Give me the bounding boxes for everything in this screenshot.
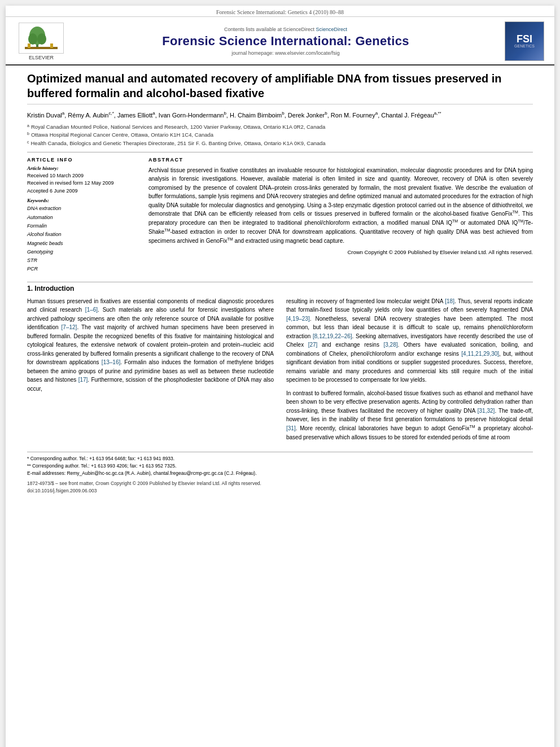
ref-4-11: [4,11,21,29,30]	[461, 351, 499, 357]
keywords-label: Keywords:	[27, 198, 137, 203]
abstract-text: Archival tissue preserved in fixative co…	[148, 166, 533, 246]
article-info-label: ARTICLE INFO	[27, 157, 137, 163]
journal-volume-info: Forensic Science International: Genetics…	[216, 9, 344, 15]
body-two-col: Human tissues preserved in fixatives are…	[27, 297, 533, 446]
footnote-1: * Corresponding author. Tel.: +1 613 954…	[27, 455, 533, 462]
article-info-col: ARTICLE INFO Article history: Received 1…	[27, 157, 137, 274]
article-title: Optimized manual and automated recovery …	[27, 71, 533, 104]
keyword-8: PCR	[27, 265, 137, 273]
sciencedirect-link[interactable]: ScienceDirect	[316, 27, 348, 32]
affiliation-b: bOttawa Hospital Regional Cancer Centre,…	[27, 131, 533, 139]
bottom-info: 1872-4973/$ – see front matter, Crown Co…	[27, 480, 533, 495]
ref-7-12: [7–12]	[62, 324, 77, 330]
ref-4-19-23: [4,19–23]	[286, 316, 310, 322]
keyword-5: Magnetic beads	[27, 239, 137, 248]
ref-8-12: [8,12,19,22–26]	[313, 333, 352, 339]
abstract-label: ABSTRACT	[148, 157, 533, 163]
journal-homepage: journal homepage: www.elsevier.com/locat…	[72, 50, 499, 56]
accepted: Accepted 6 June 2009	[27, 187, 137, 195]
body-para-right-2: In contrast to buffered formalin, alcoho…	[286, 389, 533, 442]
fsi-logo: FSI GENETICS	[505, 21, 544, 61]
ref-1-6: [1–6]	[85, 307, 98, 313]
article-content: Optimized manual and automated recovery …	[6, 65, 554, 501]
ref-3-28: [3,28]	[383, 342, 397, 348]
top-banner: Forensic Science International: Genetics…	[6, 6, 554, 17]
svg-rect-6	[28, 43, 30, 48]
article-history-label: Article history:	[27, 165, 137, 171]
copyright-line: Crown Copyright © 2009 Published by Else…	[148, 249, 533, 255]
body-right-col: resulting in recovery of fragmented low …	[286, 297, 533, 446]
footnotes: * Corresponding author. Tel.: +1 613 954…	[27, 452, 533, 477]
ref-27: [27]	[308, 342, 318, 348]
section1-heading: 1. Introduction	[27, 285, 533, 292]
authors: Kristin Duvala, Rémy A. Aubinc,*, James …	[27, 110, 533, 120]
ref-13-16: [13–16]	[102, 359, 120, 365]
journal-main-title: Forensic Science International: Genetics	[72, 34, 499, 49]
received-1: Received 10 March 2009	[27, 172, 137, 180]
affiliation-c: cHealth Canada, Biologics and Genetic Th…	[27, 139, 533, 147]
body-left-col: Human tissues preserved in fixatives are…	[27, 297, 274, 446]
ref-31-32: [31,32]	[478, 408, 495, 414]
svg-point-4	[37, 33, 46, 45]
footnote-email: E-mail addresses: Remy_Aubin@hc-sc.gc.ca…	[27, 470, 533, 477]
doi-line: doi:10.1016/j.fsigen.2009.06.003	[27, 487, 533, 495]
journal-header: ELSEVIER Contents lists available at Sci…	[6, 17, 554, 65]
article-info-abstract: ARTICLE INFO Article history: Received 1…	[27, 157, 533, 274]
fsi-logo-subtext: GENETICS	[514, 44, 535, 49]
ref-17: [17]	[78, 377, 88, 383]
received-2: Received in revised form 12 May 2009	[27, 180, 137, 187]
svg-rect-7	[50, 43, 53, 48]
abstract-col: ABSTRACT Archival tissue preserved in fi…	[148, 157, 533, 274]
journal-title-block: Contents lists available at ScienceDirec…	[72, 27, 499, 56]
ref-18: [18]	[445, 298, 454, 304]
footnote-2: ** Corresponding author. Tel.: +1 613 99…	[27, 462, 533, 470]
body-section: 1. Introduction Human tissues preserved …	[27, 282, 533, 446]
sciencedirect-line: Contents lists available at ScienceDirec…	[72, 27, 499, 32]
keyword-1: DNA extraction	[27, 204, 137, 213]
elsevier-logo-image	[19, 23, 64, 54]
ref-31: [31]	[286, 425, 296, 431]
elsevier-logo: ELSEVIER	[16, 23, 67, 60]
page: Forensic Science International: Genetics…	[6, 6, 554, 747]
affiliation-a: aRoyal Canadian Mounted Police, National…	[27, 123, 533, 131]
keyword-7: STR	[27, 256, 137, 265]
keywords-list: DNA extraction Automation Formalin Alcoh…	[27, 204, 137, 273]
elsevier-tree-svg	[19, 23, 63, 53]
svg-point-3	[28, 33, 37, 45]
affiliations: aRoyal Canadian Mounted Police, National…	[27, 123, 533, 147]
divider-1	[27, 152, 533, 152]
keyword-2: Automation	[27, 213, 137, 222]
keyword-6: Genotyping	[27, 248, 137, 256]
body-para-left: Human tissues preserved in fixatives are…	[27, 297, 274, 394]
fsi-logo-text: FSI	[517, 34, 532, 44]
issn-line: 1872-4973/$ – see front matter, Crown Co…	[27, 480, 533, 487]
elsevier-wordmark: ELSEVIER	[29, 55, 54, 60]
keyword-3: Formalin	[27, 222, 137, 230]
keyword-4: Alcohol fixation	[27, 230, 137, 239]
body-para-right-1: resulting in recovery of fragmented low …	[286, 297, 533, 385]
